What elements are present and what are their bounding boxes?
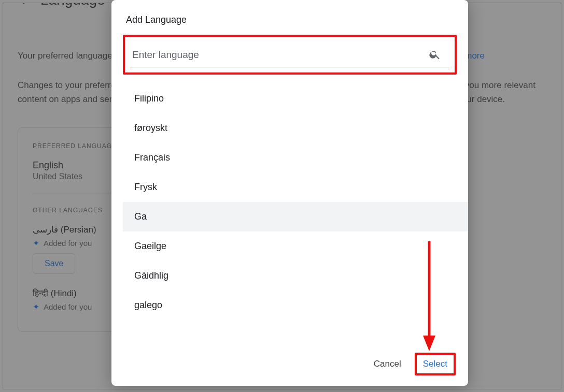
select-button[interactable]: Select [418, 356, 453, 372]
language-option[interactable]: føroyskt [123, 113, 468, 143]
search-container [125, 37, 455, 72]
modal-footer: Cancel Select [111, 343, 468, 382]
language-option[interactable]: Français [123, 143, 468, 172]
sparkle-icon: ✦ [33, 238, 39, 248]
select-highlight-annotation: Select [415, 353, 456, 375]
cancel-button[interactable]: Cancel [371, 355, 404, 373]
page-title: Language [40, 3, 105, 8]
save-button[interactable]: Save [33, 253, 75, 274]
language-option[interactable]: galego [123, 291, 468, 320]
search-icon [429, 48, 441, 63]
back-arrow-icon[interactable] [18, 3, 30, 6]
search-highlight-annotation [123, 35, 457, 75]
add-language-modal: Add Language FilipinoføroysktFrançaisFry… [111, 0, 468, 386]
modal-title: Add Language [111, 0, 468, 35]
added-label: Added for you [44, 302, 92, 311]
language-option[interactable]: Frysk [123, 172, 468, 202]
language-option[interactable]: Filipino [123, 84, 468, 113]
language-option[interactable]: Gàidhlig [123, 261, 468, 291]
language-option[interactable]: Gaeilge [123, 231, 468, 261]
sparkle-icon: ✦ [33, 302, 39, 312]
language-option[interactable]: Ga [123, 202, 468, 231]
language-list[interactable]: FilipinoføroysktFrançaisFryskGaGaeilgeGà… [123, 84, 468, 343]
added-label: Added for you [44, 239, 92, 248]
language-search-input[interactable] [130, 46, 449, 67]
